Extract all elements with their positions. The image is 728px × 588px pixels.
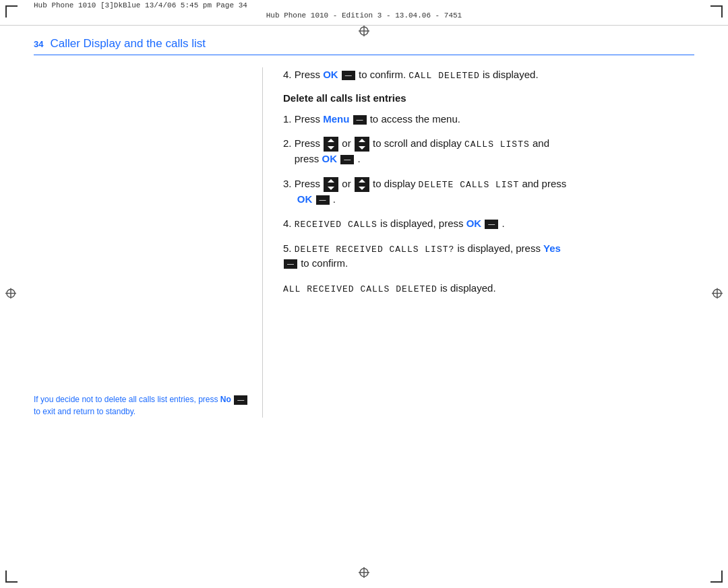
section-header: 34 Caller Display and the calls list <box>34 37 694 51</box>
nav-down-btn-1 <box>355 137 369 152</box>
section-divider <box>34 55 694 55</box>
ok-keyword-4: OK <box>466 218 482 229</box>
corner-mark-bl <box>5 570 18 583</box>
left-column: If you decide not to delete all calls li… <box>34 67 263 418</box>
step-2: 2. Press or to scroll and display CALLS … <box>283 136 694 167</box>
step-5: 5. DELETE RECEIVED CALLS LIST? is displa… <box>283 241 694 271</box>
crosshair-left <box>5 288 16 300</box>
nav-up-btn-1 <box>324 137 338 152</box>
ok-keyword-1: OK <box>323 69 338 80</box>
corner-mark-br <box>710 570 723 583</box>
step-4-bottom: 4. RECEIVED CALLS is displayed, press OK… <box>283 216 694 232</box>
nav-up-btn-2 <box>324 177 338 192</box>
nav-down-btn-2 <box>355 177 369 192</box>
yes-button-icon: — <box>284 259 297 269</box>
subheading: Delete all calls list entries <box>283 92 694 104</box>
step-4-top: 4. Press OK — to confirm. CALL DELETED i… <box>283 67 694 83</box>
ok-keyword-3: OK <box>297 193 313 205</box>
right-column: 4. Press OK — to confirm. CALL DELETED i… <box>263 67 694 418</box>
step-3: 3. Press or to display DELETE CALLS LIST… <box>283 176 694 207</box>
note-no-button-icon: — <box>234 395 247 405</box>
two-column-layout: If you decide not to delete all calls li… <box>34 67 694 418</box>
page-header: Hub Phone 1010 [3]DkBlue 13/4/06 5:45 pm… <box>0 0 728 26</box>
note-text: If you decide not to delete all calls li… <box>34 393 249 418</box>
ok-button-2: — <box>340 155 354 164</box>
ok-button-3: — <box>316 195 330 205</box>
ok-keyword-2: OK <box>322 153 338 164</box>
page-number: 34 <box>34 39 43 49</box>
crosshair-right <box>712 288 723 300</box>
step-1: 1. Press Menu — to access the menu. <box>283 112 694 127</box>
header-bottom-line: Hub Phone 1010 - Edition 3 - 13.04.06 - … <box>0 11 728 20</box>
all-received-calls-deleted-display: ALL RECEIVED CALLS DELETED <box>283 284 437 294</box>
ok-button-1: — <box>342 71 355 80</box>
delete-received-calls-list-display: DELETE RECEIVED CALLS LIST? <box>295 244 455 255</box>
final-message: ALL RECEIVED CALLS DELETED is displayed. <box>283 281 694 296</box>
section-title: Caller Display and the calls list <box>50 37 206 51</box>
call-deleted-display: CALL DELETED <box>408 71 480 81</box>
header-top-line: Hub Phone 1010 [3]DkBlue 13/4/06 5:45 pm… <box>34 1 694 9</box>
yes-keyword: Yes <box>543 242 561 254</box>
ok-button-4: — <box>485 220 498 229</box>
crosshair-bottom <box>359 567 369 580</box>
menu-keyword: Menu <box>323 113 349 125</box>
delete-calls-list-display: DELETE CALLS LIST <box>419 180 520 190</box>
received-calls-display: RECEIVED CALLS <box>295 220 377 230</box>
main-content: 34 Caller Display and the calls list If … <box>34 37 694 554</box>
calls-lists-display: CALLS LISTS <box>464 139 530 150</box>
menu-button-icon: — <box>353 115 367 125</box>
